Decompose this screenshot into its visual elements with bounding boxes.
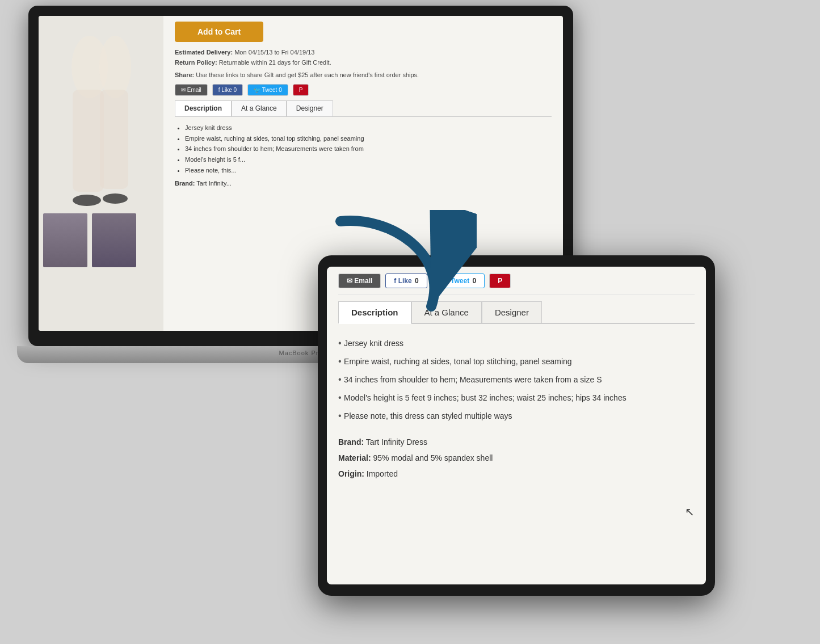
envelope-icon: ✉ [347, 277, 354, 285]
list-item: Model's height is 5 feet 9 inches; bust … [338, 389, 695, 407]
laptop-thumb-1[interactable] [43, 213, 87, 267]
legs-silhouette-icon [50, 33, 152, 209]
origin-label: Origin: [338, 469, 364, 478]
tablet-tabs: Description At a Glance Designer [338, 301, 695, 324]
tablet-email-button[interactable]: ✉ Email [338, 273, 381, 288]
tablet-screen: ✉ Email f Like 0 🐦 Tweet 0 P [327, 267, 706, 584]
material-label: Material: [338, 453, 371, 462]
like-label: Like [221, 87, 232, 93]
tablet-pinterest-button[interactable]: P [489, 273, 511, 288]
laptop-left-panel [39, 16, 163, 331]
tablet-tab-designer[interactable]: Designer [482, 301, 542, 323]
tab-description[interactable]: Description [175, 100, 232, 116]
laptop-thumb-2[interactable] [92, 213, 136, 267]
svg-rect-1 [73, 90, 104, 192]
list-item: Model's height is 5 f... [185, 154, 552, 165]
tablet-content: ✉ Email f Like 0 🐦 Tweet 0 P [327, 267, 706, 482]
like-count: 0 [415, 277, 419, 285]
tablet-twitter-button[interactable]: 🐦 Tweet 0 [432, 273, 485, 288]
tablet-description-list: Jersey knit dress Empire waist, ruching … [338, 334, 695, 425]
list-item: Please note, this dress can styled multi… [338, 407, 695, 425]
facebook-icon: f [394, 277, 398, 285]
list-item: Jersey knit dress [338, 334, 695, 352]
laptop-tabs: Description At a Glance Designer [175, 100, 552, 117]
laptop-share-section: Share: Use these links to share Gilt and… [175, 71, 552, 78]
tablet-tab-at-a-glance[interactable]: At a Glance [411, 301, 482, 323]
laptop-social-buttons: ✉ Email f Like 0 🐦 Tweet 0 [175, 84, 552, 96]
laptop-delivery-info: Estimated Delivery: Mon 04/15/13 to Fri … [175, 49, 552, 56]
tablet-bezel: ✉ Email f Like 0 🐦 Tweet 0 P [318, 255, 715, 596]
material-value: 95% modal and 5% spandex shell [373, 453, 493, 462]
laptop-thumbnails [39, 209, 163, 272]
like-count: 0 [234, 87, 237, 93]
twitter-tweet-button[interactable]: 🐦 Tweet 0 [247, 84, 288, 96]
tweet-label: Tweet [451, 277, 469, 285]
delivery-label: Estimated Delivery: [175, 49, 233, 56]
svg-point-4 [73, 195, 101, 206]
brand-label: Brand: [338, 437, 364, 447]
share-description: Use these links to share Gilt and get $2… [196, 71, 419, 78]
email-share-button[interactable]: ✉ Email [175, 84, 208, 96]
like-label: Like [398, 277, 412, 285]
list-item: Empire waist, ruching at sides, tonal to… [185, 133, 552, 144]
tablet-material-row: Material: 95% modal and 5% spandex shell [338, 450, 695, 466]
pinterest-button[interactable]: P [293, 84, 309, 96]
tablet-tab-description[interactable]: Description [338, 301, 411, 324]
tweet-label: Tweet [262, 87, 277, 93]
return-label: Return Policy: [175, 59, 217, 66]
add-to-cart-button[interactable]: Add to Cart [175, 22, 263, 42]
tablet-brand-section: Brand: Tart Infinity Dress Material: 95%… [338, 434, 695, 482]
svg-point-5 [103, 193, 128, 204]
tablet-social-row: ✉ Email f Like 0 🐦 Tweet 0 P [338, 267, 695, 294]
tablet-brand-row: Brand: Tart Infinity Dress [338, 434, 695, 450]
list-item: 34 inches from shoulder to hem; Measurem… [185, 144, 552, 154]
laptop-product-image-main [39, 16, 163, 209]
list-item: Please note, this... [185, 165, 552, 176]
brand-value: Tart Infinity Dress [366, 437, 427, 447]
list-item: 34 inches from shoulder to hem; Measurem… [338, 371, 695, 389]
return-value: Returnable within 21 days for Gift Credi… [219, 59, 331, 66]
laptop-description-list: Jersey knit dress Empire waist, ruching … [175, 123, 552, 175]
facebook-like-button[interactable]: f Like 0 [212, 84, 243, 96]
brand-value: Tart Infinity... [196, 180, 232, 187]
laptop-brand-info: Brand: Tart Infinity... [175, 180, 552, 187]
origin-value: Imported [367, 469, 398, 478]
laptop-return-policy: Return Policy: Returnable within 21 days… [175, 59, 552, 66]
tablet: ✉ Email f Like 0 🐦 Tweet 0 P [318, 255, 715, 607]
twitter-icon: 🐦 [254, 87, 262, 93]
cursor-icon: ↖ [685, 505, 695, 519]
svg-rect-3 [100, 90, 128, 189]
tab-designer[interactable]: Designer [287, 100, 333, 116]
tab-at-a-glance[interactable]: At a Glance [232, 100, 287, 116]
tweet-count: 0 [473, 277, 477, 285]
delivery-value: Mon 04/15/13 to Fri 04/19/13 [234, 49, 314, 56]
tablet-origin-row: Origin: Imported [338, 466, 695, 482]
share-label: Share: [175, 71, 194, 78]
list-item: Empire waist, ruching at sides, tonal to… [338, 352, 695, 371]
tweet-count: 0 [279, 87, 282, 93]
email-label: Email [187, 87, 201, 93]
twitter-icon: 🐦 [440, 277, 451, 285]
brand-label: Brand: [175, 180, 195, 187]
tablet-facebook-button[interactable]: f Like 0 [385, 273, 427, 288]
list-item: Jersey knit dress [185, 123, 552, 133]
email-label: Email [354, 277, 372, 285]
envelope-icon: ✉ [181, 87, 186, 93]
svg-point-2 [99, 36, 131, 98]
